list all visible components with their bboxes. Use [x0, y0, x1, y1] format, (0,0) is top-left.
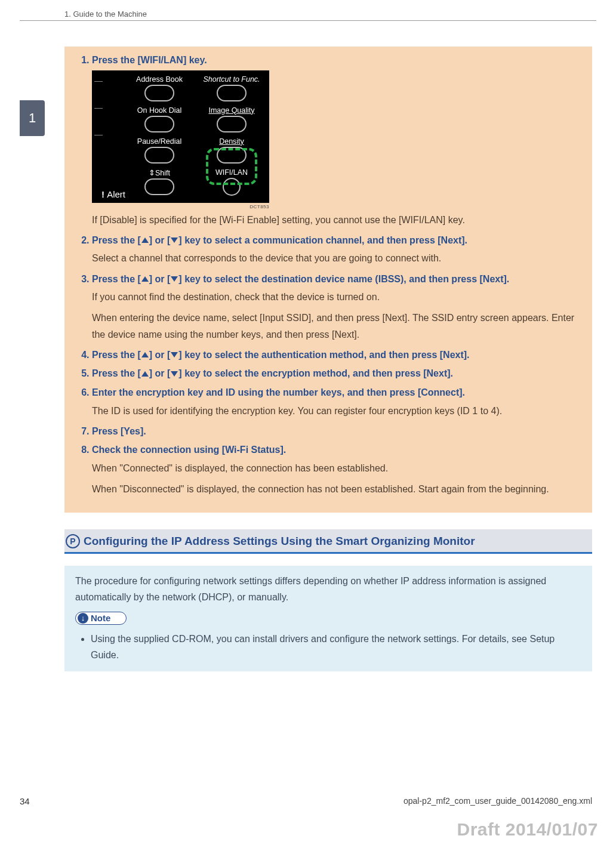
step-4-head: Press the [] or [] key to select the aut…	[92, 347, 581, 363]
label-image-quality: Image Quality	[199, 106, 264, 115]
step-6-body: The ID is used for identifying the encry…	[92, 403, 581, 419]
page-number: 34	[20, 796, 30, 806]
down-arrow-icon	[171, 371, 178, 377]
step-5-head: Press the [] or [] key to select the enc…	[92, 366, 581, 381]
footer: 34 opal-p2_mf2_com_user_guide_00142080_e…	[20, 796, 592, 806]
step-7: Press [Yes].	[92, 424, 581, 439]
down-arrow-icon	[171, 238, 178, 243]
alert-icon: !	[101, 189, 107, 199]
step-2-head: Press the [] or [] key to select a commu…	[92, 233, 581, 248]
p-badge-icon: P	[66, 534, 80, 548]
section-intro: The procedure for configuring network se…	[75, 573, 581, 605]
step-8: Check the connection using [Wi-Fi Status…	[92, 442, 581, 497]
label-shortcut: Shortcut to Func.	[199, 75, 264, 84]
instruction-box: Press the [WIFI/LAN] key. Address Book O…	[64, 47, 592, 513]
panel-image: Address Book On Hook Dial Pause/Redial ⇕…	[92, 70, 269, 203]
note-down-arrow-icon: ↓	[78, 613, 88, 624]
step-2: Press the [] or [] key to select a commu…	[92, 233, 581, 267]
button-address-book	[144, 85, 174, 101]
step-8-body-2: When "Disconnected" is displayed, the co…	[92, 481, 581, 497]
button-shift	[144, 178, 174, 195]
section-title: Configuring the IP Address Settings Usin…	[84, 535, 475, 548]
section-body-box: The procedure for configuring network se…	[64, 566, 592, 671]
draft-watermark: Draft 2014/01/07	[457, 819, 599, 840]
step-6-head: Enter the encryption key and ID using th…	[92, 385, 581, 400]
page: 1. Guide to the Machine 1 Press the [WIF…	[0, 0, 616, 848]
step-1-body: If [Disable] is specified for the [Wi-Fi…	[92, 212, 581, 228]
step-3: Press the [] or [] key to select the des…	[92, 272, 581, 343]
step-3-body-2: When entering the device name, select [I…	[92, 310, 581, 342]
step-4: Press the [] or [] key to select the aut…	[92, 347, 581, 363]
up-arrow-icon	[141, 371, 149, 377]
header-rule	[20, 20, 596, 21]
button-image-quality	[217, 116, 247, 132]
content-area: Press the [WIFI/LAN] key. Address Book O…	[64, 47, 592, 671]
down-arrow-icon	[171, 276, 178, 282]
step-7-head: Press [Yes].	[92, 424, 581, 439]
step-6: Enter the encryption key and ID using th…	[92, 385, 581, 419]
button-shortcut	[217, 85, 247, 101]
section-heading: P Configuring the IP Address Settings Us…	[64, 529, 592, 554]
note-bullets: Using the supplied CD-ROM, you can insta…	[75, 631, 581, 663]
control-panel-figure: Address Book On Hook Dial Pause/Redial ⇕…	[92, 70, 269, 209]
label-density: Density	[199, 137, 264, 146]
button-on-hook	[144, 116, 174, 132]
section-head-wrap: P Configuring the IP Address Settings Us…	[64, 529, 592, 554]
step-8-body-1: When "Connected" is displayed, the conne…	[92, 460, 581, 476]
updown-icon: ⇕	[149, 169, 155, 177]
step-5: Press the [] or [] key to select the enc…	[92, 366, 581, 381]
step-2-body: Select a channel that corresponds to the…	[92, 250, 581, 266]
running-head: 1. Guide to the Machine	[64, 10, 147, 18]
up-arrow-icon	[141, 276, 149, 282]
note-label: Note	[91, 613, 110, 623]
label-pause-redial: Pause/Redial	[127, 137, 192, 146]
label-shift: ⇕Shift	[127, 168, 192, 177]
step-list: Press the [WIFI/LAN] key. Address Book O…	[75, 53, 581, 497]
wifi-highlight	[206, 148, 257, 185]
step-3-head: Press the [] or [] key to select the des…	[92, 272, 581, 287]
note-bullet-1: Using the supplied CD-ROM, you can insta…	[91, 631, 581, 663]
button-pause-redial	[144, 147, 174, 164]
source-file: opal-p2_mf2_com_user_guide_00142080_eng.…	[404, 796, 592, 806]
label-address-book: Address Book	[127, 75, 192, 84]
step-8-head: Check the connection using [Wi-Fi Status…	[92, 442, 581, 458]
alert-indicator: ! Alert	[101, 189, 125, 199]
step-1-head: Press the [WIFI/LAN] key.	[92, 53, 581, 68]
label-on-hook: On Hook Dial	[127, 106, 192, 115]
note-badge: ↓ Note	[75, 612, 127, 625]
step-3-body-1: If you cannot find the destination, chec…	[92, 289, 581, 305]
up-arrow-icon	[141, 352, 149, 357]
up-arrow-icon	[141, 238, 149, 243]
down-arrow-icon	[171, 352, 178, 357]
step-1: Press the [WIFI/LAN] key. Address Book O…	[92, 53, 581, 228]
chapter-tab: 1	[20, 100, 45, 136]
figure-code: DCT853	[92, 204, 269, 209]
